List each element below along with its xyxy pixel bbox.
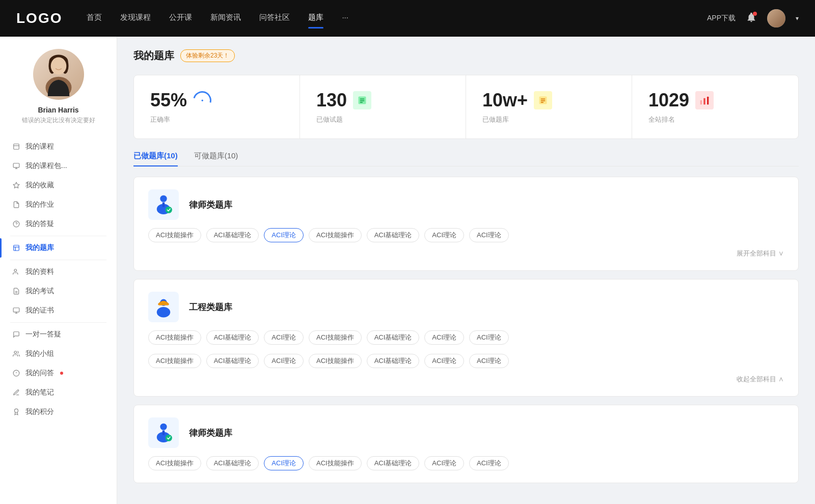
done-questions-icon xyxy=(353,91,371,109)
sidebar-item-qa[interactable]: 我的答疑 xyxy=(0,214,117,234)
bank-section-1: 工程类题库 ACI技能操作 ACI基础理论 ACI理论 ACI技能操作 ACI基… xyxy=(133,279,799,397)
bank-tag-2-5[interactable]: ACI理论 xyxy=(424,456,464,470)
bank-tag-2-0[interactable]: ACI技能操作 xyxy=(148,456,201,470)
bank-tag-0-5[interactable]: ACI理论 xyxy=(424,228,464,242)
bank-tag-2-2[interactable]: ACI理论 xyxy=(264,456,304,470)
svg-point-38 xyxy=(160,195,167,202)
bank-header-0: 律师类题库 xyxy=(148,189,784,220)
bank-tag-2-6[interactable]: ACI理论 xyxy=(469,456,509,470)
bank-tag-1-5[interactable]: ACI理论 xyxy=(424,330,464,345)
navbar: LOGO 首页 发现课程 公开课 新闻资讯 问答社区 题库 ··· APP下载 … xyxy=(0,0,815,37)
navbar-right: APP下载 ▾ xyxy=(707,9,799,27)
certificate-icon xyxy=(12,306,20,315)
bank-tag-1-6[interactable]: ACI理论 xyxy=(469,330,509,345)
user-chevron-icon[interactable]: ▾ xyxy=(796,15,799,22)
divider-2 xyxy=(10,260,106,260)
bank-tag-0-3[interactable]: ACI技能操作 xyxy=(309,228,362,242)
favorites-icon xyxy=(12,181,20,189)
main-layout: Brian Harris 错误的决定比没有决定要好 我的课程 我的课程包... xyxy=(0,37,815,504)
svg-point-25 xyxy=(15,409,18,412)
bank-footer-1: 收起全部科目 ∧ xyxy=(148,374,784,384)
sidebar-item-group[interactable]: 我的小组 xyxy=(0,344,117,363)
sidebar-avatar xyxy=(33,49,84,100)
group-icon xyxy=(12,350,20,358)
app-download[interactable]: APP下载 xyxy=(707,14,736,23)
bank-header-1: 工程类题库 xyxy=(148,292,784,322)
page-title: 我的题库 xyxy=(133,49,174,63)
bank-tag-1-1[interactable]: ACI基础理论 xyxy=(206,330,259,345)
bank-tag-1-4[interactable]: ACI基础理论 xyxy=(367,330,420,345)
svg-rect-47 xyxy=(162,431,165,435)
svg-point-21 xyxy=(14,351,17,354)
sidebar-label-homework: 我的作业 xyxy=(25,200,54,209)
sidebar-item-notes[interactable]: 我的笔记 xyxy=(0,383,117,402)
stat-ranking-value: 1029 xyxy=(648,90,689,111)
page-header: 我的题库 体验剩余23天！ xyxy=(133,49,799,63)
bank-tag-1-10[interactable]: ACI技能操作 xyxy=(309,354,362,368)
sidebar-item-exam[interactable]: 我的考试 xyxy=(0,282,117,301)
nav-news[interactable]: 新闻资讯 xyxy=(210,13,241,24)
bank-tag-1-2[interactable]: ACI理论 xyxy=(264,330,304,345)
sidebar-item-course[interactable]: 我的课程 xyxy=(0,137,117,156)
bank-tag-1-11[interactable]: ACI基础理论 xyxy=(367,354,420,368)
stat-done-banks: 10w+ 已做题库 xyxy=(466,75,632,138)
exam-icon xyxy=(12,287,20,295)
sidebar-item-1v1[interactable]: 一对一答疑 xyxy=(0,325,117,344)
bank-tag-0-2[interactable]: ACI理论 xyxy=(264,228,304,242)
sidebar-motto: 错误的决定比没有决定要好 xyxy=(8,116,108,125)
bank-tag-0-0[interactable]: ACI技能操作 xyxy=(148,228,201,242)
nav-home[interactable]: 首页 xyxy=(87,13,102,24)
bank-tag-1-7[interactable]: ACI技能操作 xyxy=(148,354,201,368)
svg-point-41 xyxy=(166,207,172,213)
nav-exam[interactable]: 题库 xyxy=(308,13,323,24)
nav-qa[interactable]: 问答社区 xyxy=(259,13,290,24)
bank-tags-0: ACI技能操作 ACI基础理论 ACI理论 ACI技能操作 ACI基础理论 AC… xyxy=(148,228,784,242)
sidebar-item-points[interactable]: 我的积分 xyxy=(0,402,117,422)
sidebar-item-my-qa[interactable]: 我的问答 xyxy=(0,363,117,383)
bank-tag-1-3[interactable]: ACI技能操作 xyxy=(309,330,362,345)
svg-point-43 xyxy=(157,307,170,318)
bank-footer-0: 展开全部科目 ∨ xyxy=(148,248,784,258)
bank-tag-0-4[interactable]: ACI基础理论 xyxy=(367,228,420,242)
stat-done-questions: 130 已做试题 xyxy=(300,75,466,138)
bank-tags-1: ACI技能操作 ACI基础理论 ACI理论 ACI技能操作 ACI基础理论 AC… xyxy=(148,330,784,368)
bank-collapse-1[interactable]: 收起全部科目 ∧ xyxy=(737,375,784,383)
tab-available-banks[interactable]: 可做题库(10) xyxy=(194,151,238,166)
user-avatar[interactable] xyxy=(767,9,785,27)
bell-button[interactable] xyxy=(746,12,757,25)
sidebar-label-exam: 我的考试 xyxy=(25,287,54,296)
bank-tag-2-4[interactable]: ACI基础理论 xyxy=(367,456,420,470)
bank-tag-1-0[interactable]: ACI技能操作 xyxy=(148,330,201,345)
nav-more[interactable]: ··· xyxy=(342,13,348,24)
stat-done-questions-label: 已做试题 xyxy=(316,115,449,124)
svg-rect-8 xyxy=(13,163,19,167)
bank-icon-lawyer2 xyxy=(148,417,179,448)
svg-rect-34 xyxy=(700,100,702,104)
nav-links: 首页 发现课程 公开课 新闻资讯 问答社区 题库 ··· xyxy=(87,13,707,24)
bank-tag-1-12[interactable]: ACI理论 xyxy=(424,354,464,368)
sidebar-label-my-qa: 我的问答 xyxy=(25,369,54,378)
nav-discover[interactable]: 发现课程 xyxy=(120,13,151,24)
bank-tag-0-6[interactable]: ACI理论 xyxy=(469,228,509,242)
sidebar-item-favorites[interactable]: 我的收藏 xyxy=(0,176,117,195)
bank-tag-2-1[interactable]: ACI基础理论 xyxy=(206,456,259,470)
bank-tag-1-13[interactable]: ACI理论 xyxy=(469,354,509,368)
svg-rect-6 xyxy=(14,144,19,150)
sidebar-item-exam-bank[interactable]: 我的题库 xyxy=(0,238,117,258)
sidebar-item-course-pkg[interactable]: 我的课程包... xyxy=(0,156,117,176)
tab-done-banks[interactable]: 已做题库(10) xyxy=(133,151,178,166)
qa-notification-dot xyxy=(60,372,63,375)
sidebar-item-homework[interactable]: 我的作业 xyxy=(0,195,117,214)
sidebar-item-certificate[interactable]: 我的证书 xyxy=(0,301,117,320)
sidebar-label-favorites: 我的收藏 xyxy=(25,181,54,190)
notes-icon xyxy=(12,388,20,397)
bank-expand-0[interactable]: 展开全部科目 ∨ xyxy=(737,249,784,257)
bank-tag-2-3[interactable]: ACI技能操作 xyxy=(309,456,362,470)
sidebar-item-profile[interactable]: 我的资料 xyxy=(0,262,117,282)
svg-rect-40 xyxy=(162,203,165,207)
bank-tag-0-1[interactable]: ACI基础理论 xyxy=(206,228,259,242)
svg-point-45 xyxy=(160,424,167,430)
bank-tag-1-8[interactable]: ACI基础理论 xyxy=(206,354,259,368)
bank-tag-1-9[interactable]: ACI理论 xyxy=(264,354,304,368)
nav-open-course[interactable]: 公开课 xyxy=(169,13,192,24)
